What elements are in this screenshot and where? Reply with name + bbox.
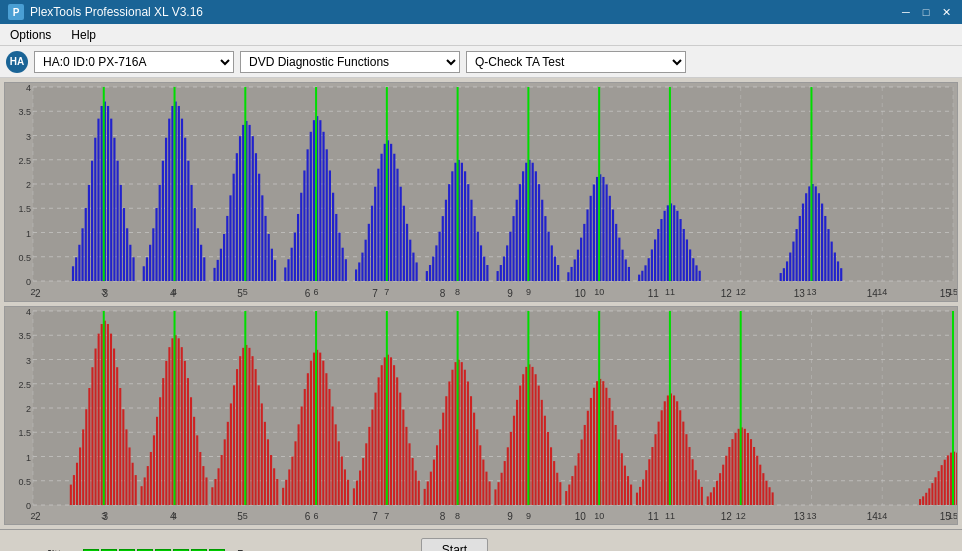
function-select[interactable]: DVD Diagnostic Functions (240, 51, 460, 73)
bottom-chart-x-labels: 2 3 4 5 6 7 8 9 10 11 12 13 14 15 (33, 511, 953, 522)
start-button[interactable]: Start (421, 538, 488, 552)
window-controls: ─ □ ✕ (898, 5, 954, 19)
metrics-section: Jitter: 5 Peak Shift: (10, 548, 244, 552)
maximize-button[interactable]: □ (918, 5, 934, 19)
jitter-metric: Jitter: 5 (10, 548, 244, 552)
toolbar: HA HA:0 ID:0 PX-716A DVD Diagnostic Func… (0, 46, 962, 78)
bottom-chart-canvas (5, 307, 957, 525)
top-chart-canvas (5, 83, 957, 301)
menu-bar: Options Help (0, 24, 962, 46)
jitter-label: Jitter: (10, 548, 75, 552)
close-button[interactable]: ✕ (938, 5, 954, 19)
minimize-button[interactable]: ─ (898, 5, 914, 19)
top-chart-container: 4 3.5 3 2.5 2 1.5 1 0.5 0 2 3 4 5 6 7 8 … (4, 82, 958, 302)
bottom-panel: Jitter: 5 Peak Shift: (0, 529, 962, 551)
drive-icon: HA (6, 51, 28, 73)
menu-help[interactable]: Help (65, 26, 102, 44)
title-bar: P PlexTools Professional XL V3.16 ─ □ ✕ (0, 0, 962, 24)
test-select[interactable]: Q-Check TA Test (466, 51, 686, 73)
jitter-value: 5 (237, 548, 244, 552)
top-chart-x-labels: 2 3 4 5 6 7 8 9 10 11 12 13 14 15 (33, 288, 953, 299)
bottom-chart-container: 4 3.5 3 2.5 2 1.5 1 0.5 0 2 3 4 5 6 7 8 … (4, 306, 958, 526)
main-content: 4 3.5 3 2.5 2 1.5 1 0.5 0 2 3 4 5 6 7 8 … (0, 78, 962, 529)
drive-select[interactable]: HA:0 ID:0 PX-716A (34, 51, 234, 73)
menu-options[interactable]: Options (4, 26, 57, 44)
app-icon: P (8, 4, 24, 20)
app-title: PlexTools Professional XL V3.16 (30, 5, 203, 19)
action-buttons: Start i (421, 538, 488, 552)
